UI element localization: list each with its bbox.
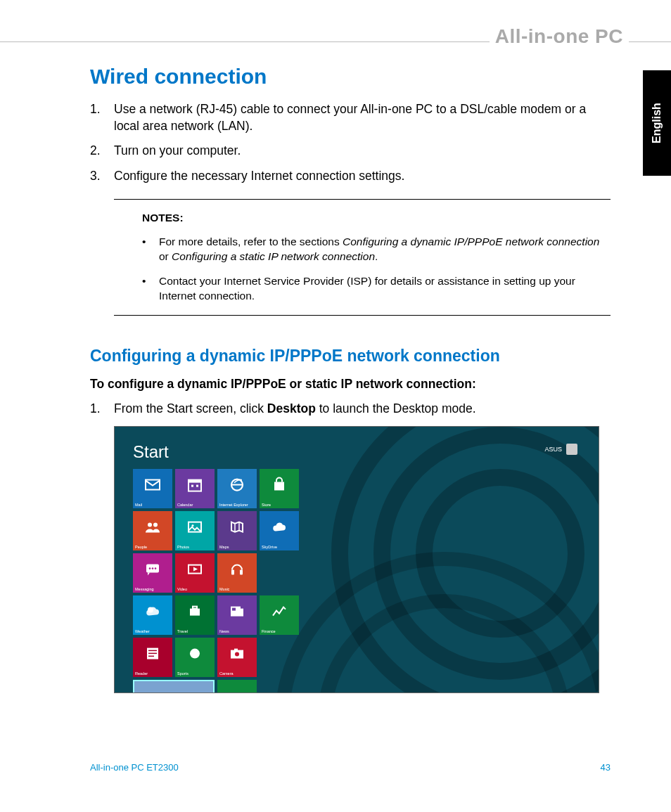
svg-rect-29	[234, 649, 238, 651]
cloud-icon	[271, 519, 288, 540]
tile-music[interactable]: Music	[217, 553, 257, 593]
note-text: Contact your Internet Service Provider (…	[159, 274, 603, 304]
svg-point-12	[155, 567, 157, 569]
brand-title: All-in-one PC	[490, 25, 629, 48]
footer-page-number: 43	[601, 762, 611, 773]
tile-label: Mail	[135, 503, 142, 507]
tile-skydrive[interactable]: SkyDrive	[260, 511, 299, 550]
tile-desktop[interactable]: Desktop	[133, 680, 215, 693]
language-tab: English	[643, 70, 671, 176]
note-text: For more details, refer to the sections …	[159, 235, 603, 264]
step-number: 1.	[90, 401, 114, 416]
tile-reader[interactable]: Reader	[133, 638, 172, 677]
note-item: • Contact your Internet Service Provider…	[142, 274, 603, 304]
tile-weather[interactable]: Weather	[133, 595, 172, 635]
start-label: Start	[133, 442, 169, 462]
tile-label: People	[135, 545, 147, 549]
user-badge[interactable]: ASUS	[544, 444, 577, 455]
svg-rect-17	[190, 609, 200, 616]
start-screen-screenshot: Start ASUS MailCalendarInternet Explorer…	[114, 426, 599, 693]
calendar-icon	[186, 477, 203, 498]
tile-label: Finance	[262, 629, 276, 633]
tile-maps[interactable]: Maps	[217, 511, 257, 550]
tile-label: Reader	[135, 671, 148, 676]
tile-label: Store	[262, 503, 271, 507]
step-number: 1.	[90, 101, 114, 134]
tile-label: Camera	[219, 671, 234, 676]
svg-point-11	[152, 567, 154, 569]
svg-point-6	[153, 523, 158, 527]
tile-finance[interactable]: Finance	[260, 595, 299, 635]
tile-label: News	[219, 629, 229, 633]
tile-games[interactable]: Xbox LIVE Games	[217, 680, 257, 693]
svg-point-28	[235, 652, 239, 657]
svg-rect-24	[148, 653, 157, 655]
sports-icon	[186, 645, 203, 666]
decorative-circles	[275, 552, 556, 693]
tile-label: SkyDrive	[262, 545, 277, 549]
tile-photos[interactable]: Photos	[175, 511, 215, 550]
tile-people[interactable]: People	[133, 511, 172, 550]
tile-sports[interactable]: Sports	[175, 638, 215, 677]
subsection-title: Configuring a dynamic IP/PPPoE network c…	[90, 347, 611, 366]
step-item: 1.Use a network (RJ-45) cable to connect…	[90, 101, 611, 134]
tile-grid: MailCalendarInternet ExplorerStorePeople…	[133, 469, 299, 693]
svg-rect-1	[188, 480, 201, 483]
svg-rect-21	[232, 608, 236, 611]
svg-rect-20	[241, 609, 243, 617]
svg-rect-3	[196, 485, 198, 487]
username: ASUS	[544, 446, 562, 453]
section-title: Wired connection	[90, 65, 611, 89]
bullet-icon: •	[142, 274, 159, 304]
finance-icon	[271, 603, 288, 624]
tile-mail[interactable]: Mail	[133, 469, 172, 508]
tile-label: Maps	[219, 545, 229, 549]
subsection-lead: To configure a dynamic IP/PPPoE or stati…	[90, 377, 611, 392]
news-icon	[229, 603, 245, 624]
camera-icon	[229, 645, 245, 666]
tile-travel[interactable]: Travel	[175, 595, 215, 635]
ie-icon	[229, 477, 245, 498]
svg-rect-23	[148, 650, 157, 652]
tile-messaging[interactable]: Messaging	[133, 553, 172, 593]
tile-label: Photos	[177, 545, 189, 549]
people-icon	[144, 519, 161, 540]
svg-rect-18	[193, 607, 197, 609]
notes-box: NOTES: • For more details, refer to the …	[114, 199, 611, 316]
tile-calendar[interactable]: Calendar	[175, 469, 215, 508]
tile-label: Messaging	[135, 587, 154, 591]
step-number: 3.	[90, 168, 114, 185]
tile-store[interactable]: Store	[260, 469, 299, 508]
mail-icon	[144, 477, 161, 498]
store-icon	[271, 477, 288, 498]
footer-model: All-in-one PC ET2300	[90, 762, 179, 773]
tile-label: Travel	[177, 629, 188, 633]
page-footer: All-in-one PC ET2300 43	[90, 762, 611, 773]
tile-label: Internet Explorer	[219, 503, 248, 507]
svg-rect-25	[148, 656, 154, 657]
weather-icon	[144, 603, 161, 624]
notes-heading: NOTES:	[142, 211, 603, 226]
travel-icon	[186, 603, 203, 624]
steps-list: 1.Use a network (RJ-45) cable to connect…	[90, 101, 611, 185]
maps-icon	[229, 519, 245, 540]
video-icon	[186, 561, 203, 582]
tile-news[interactable]: News	[217, 595, 257, 635]
language-label: English	[651, 103, 663, 143]
tile-video[interactable]: Video	[175, 553, 215, 593]
tile-label: Music	[219, 587, 229, 591]
svg-rect-14	[231, 570, 234, 575]
svg-point-10	[149, 567, 151, 569]
reader-icon	[144, 645, 161, 666]
tile-internet-explorer[interactable]: Internet Explorer	[217, 469, 257, 508]
tile-label: Sports	[177, 671, 188, 676]
step-text: From the Start screen, click Desktop to …	[114, 401, 611, 416]
step-item: 3.Configure the necessary Internet conne…	[90, 168, 611, 185]
tile-label: Calendar	[177, 503, 193, 507]
step-item: 1. From the Start screen, click Desktop …	[90, 401, 611, 416]
games-icon	[229, 688, 245, 693]
tile-label: Video	[177, 587, 187, 591]
tile-camera[interactable]: Camera	[217, 638, 257, 677]
svg-rect-2	[191, 485, 193, 487]
step-item: 2.Turn on your computer.	[90, 143, 611, 160]
